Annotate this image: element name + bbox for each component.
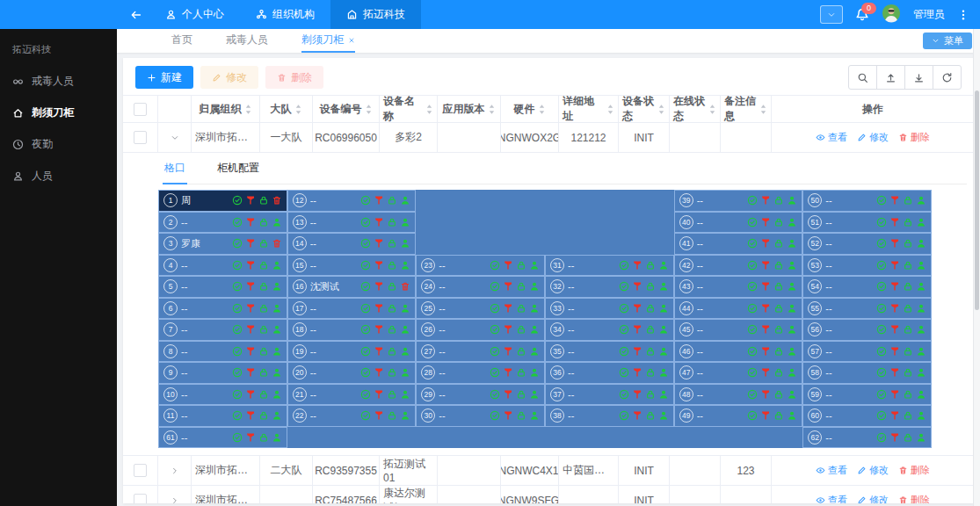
- grid-cell-5[interactable]: 5 --: [158, 276, 287, 298]
- grid-cell-60[interactable]: 60 --: [802, 405, 932, 427]
- op-edit[interactable]: 修改: [857, 131, 889, 144]
- op-view[interactable]: 查看: [816, 464, 847, 477]
- refresh-button[interactable]: [933, 65, 962, 90]
- grid-cell-61[interactable]: 61 --: [158, 427, 287, 449]
- grid-cell-52[interactable]: 52 --: [802, 233, 932, 255]
- grid-cell-1[interactable]: 1 周: [158, 190, 287, 212]
- row-checkbox[interactable]: [134, 131, 147, 144]
- grid-cell-27[interactable]: 27 --: [416, 341, 545, 363]
- sort-icon[interactable]: [365, 104, 373, 115]
- grid-cell-39[interactable]: 39 --: [674, 190, 803, 212]
- grid-cell-15[interactable]: 15 --: [287, 255, 417, 277]
- grid-cell-12[interactable]: 12 --: [287, 190, 417, 212]
- grid-cell-17[interactable]: 17 --: [287, 298, 417, 320]
- grid-cell-14[interactable]: 14 --: [287, 233, 417, 255]
- tab-1[interactable]: 戒毒人员: [226, 29, 268, 53]
- grid-cell-49[interactable]: 49 --: [674, 405, 803, 427]
- grid-cell-34[interactable]: 34 --: [545, 319, 674, 341]
- grid-cell-53[interactable]: 53 --: [802, 255, 932, 277]
- grid-cell-56[interactable]: 56 --: [802, 319, 932, 341]
- grid-cell-46[interactable]: 46 --: [674, 341, 803, 363]
- grid-cell-54[interactable]: 54 --: [802, 276, 932, 298]
- expand-toggle[interactable]: [171, 134, 179, 142]
- grid-cell-41[interactable]: 41 --: [674, 233, 803, 255]
- grid-cell-45[interactable]: 45 --: [674, 319, 803, 341]
- upload-button[interactable]: [876, 65, 905, 90]
- expand-toggle[interactable]: [171, 466, 179, 475]
- grid-cell-11[interactable]: 11 --: [158, 405, 287, 427]
- sidebar-item-0[interactable]: 戒毒人员: [0, 65, 117, 97]
- grid-cell-26[interactable]: 26 --: [416, 319, 545, 341]
- grid-cell-37[interactable]: 37 --: [545, 384, 674, 406]
- grid-cell-3[interactable]: 3 罗康: [158, 233, 287, 255]
- grid-cell-18[interactable]: 18 --: [287, 319, 417, 341]
- grid-cell-33[interactable]: 33 --: [545, 298, 674, 320]
- grid-cell-28[interactable]: 28 --: [416, 362, 545, 384]
- grid-cell-2[interactable]: 2 --: [158, 212, 287, 234]
- nav-item-2[interactable]: 拓迈科技: [330, 0, 421, 29]
- grid-cell-8[interactable]: 8 --: [158, 341, 287, 363]
- op-delete[interactable]: 删除: [898, 464, 930, 477]
- grid-cell-42[interactable]: 42 --: [674, 255, 803, 277]
- grid-cell-55[interactable]: 55 --: [802, 298, 932, 320]
- close-icon[interactable]: [348, 37, 355, 44]
- grid-cell-48[interactable]: 48 --: [674, 384, 803, 406]
- grid-cell-38[interactable]: 38 --: [545, 405, 674, 427]
- grid-cell-35[interactable]: 35 --: [545, 341, 674, 363]
- tab-0[interactable]: 首页: [171, 29, 192, 53]
- panel-tab-0[interactable]: 格口: [163, 161, 187, 184]
- grid-cell-24[interactable]: 24 --: [416, 276, 545, 298]
- grid-cell-25[interactable]: 25 --: [416, 298, 545, 320]
- collapse-button[interactable]: [820, 5, 843, 24]
- grid-cell-58[interactable]: 58 --: [802, 362, 932, 384]
- sort-icon[interactable]: [244, 104, 252, 115]
- op-edit[interactable]: 修改: [857, 494, 889, 503]
- column-header-9[interactable]: 备注信息: [721, 95, 772, 123]
- grid-cell-40[interactable]: 40 --: [674, 212, 803, 234]
- sort-icon[interactable]: [425, 104, 433, 115]
- op-delete[interactable]: 删除: [898, 131, 930, 144]
- notifications-button[interactable]: 0: [855, 8, 869, 22]
- grid-cell-36[interactable]: 36 --: [545, 362, 674, 384]
- op-delete[interactable]: 删除: [898, 494, 930, 503]
- tab-2[interactable]: 剃须刀柜: [301, 29, 355, 53]
- column-header-2[interactable]: 设备编号: [313, 95, 380, 123]
- download-button[interactable]: [904, 65, 933, 90]
- column-header-3[interactable]: 设备名称: [380, 95, 438, 123]
- kebab-menu[interactable]: [957, 9, 969, 21]
- op-view[interactable]: 查看: [816, 131, 847, 144]
- sort-icon[interactable]: [294, 104, 302, 115]
- table-row[interactable]: 深圳市拓迈… 二大队 RC93597355 拓迈测试01 LNGNWC4X1N …: [123, 456, 974, 486]
- grid-cell-57[interactable]: 57 --: [802, 341, 932, 363]
- column-header-0[interactable]: 归属组织: [192, 95, 260, 123]
- column-header-5[interactable]: 硬件: [501, 95, 559, 123]
- nav-item-0[interactable]: 个人中心: [149, 0, 240, 29]
- sidebar-item-1[interactable]: 剃须刀柜: [0, 97, 117, 128]
- expand-toggle[interactable]: [171, 496, 179, 504]
- grid-cell-31[interactable]: 31 --: [545, 255, 674, 277]
- sort-icon[interactable]: [708, 104, 716, 115]
- back-button[interactable]: [123, 9, 149, 21]
- grid-cell-4[interactable]: 4 --: [158, 255, 287, 277]
- table-row[interactable]: 深圳市拓迈… RC75487566 康达尔测试机 LNGNW9SFGH INIT…: [123, 486, 974, 503]
- grid-cell-10[interactable]: 10 --: [158, 384, 287, 406]
- scrollbar-thumb[interactable]: [975, 90, 979, 310]
- grid-cell-30[interactable]: 30 --: [416, 405, 545, 427]
- select-all-checkbox[interactable]: [134, 103, 147, 116]
- sidebar-item-2[interactable]: 夜勤: [0, 128, 117, 160]
- grid-cell-43[interactable]: 43 --: [674, 276, 803, 298]
- nav-item-1[interactable]: 组织机构: [240, 0, 330, 29]
- grid-cell-19[interactable]: 19 --: [287, 341, 417, 363]
- column-header-1[interactable]: 大队: [260, 95, 313, 123]
- avatar[interactable]: [882, 4, 901, 26]
- new-button[interactable]: 新建: [135, 66, 193, 89]
- table-row[interactable]: 深圳市拓迈… 一大队 RC06996050 多彩2 LNGNWOX2G3 121…: [123, 123, 974, 153]
- column-header-4[interactable]: 应用版本: [438, 95, 501, 123]
- row-checkbox[interactable]: [134, 464, 147, 477]
- sort-icon[interactable]: [657, 104, 665, 115]
- grid-cell-32[interactable]: 32 --: [545, 276, 674, 298]
- grid-cell-47[interactable]: 47 --: [674, 362, 803, 384]
- grid-cell-22[interactable]: 22 --: [287, 405, 417, 427]
- grid-cell-9[interactable]: 9 --: [158, 362, 287, 384]
- grid-cell-16[interactable]: 16 沈测试: [287, 276, 417, 298]
